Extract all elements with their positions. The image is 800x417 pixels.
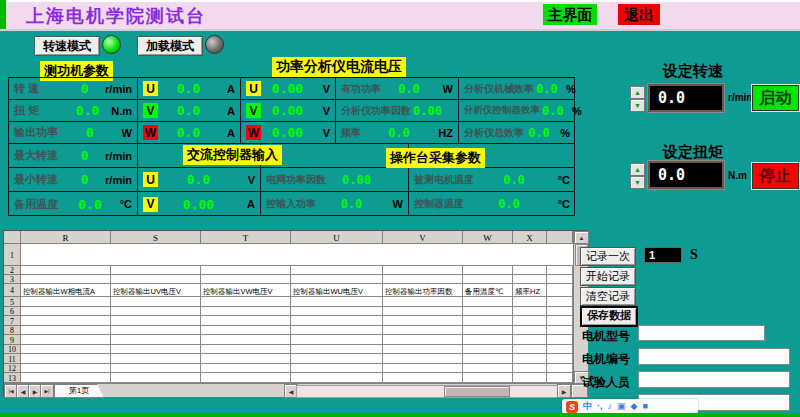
keyboard-icon[interactable] [617,399,626,414]
sheet-cell[interactable] [547,275,573,284]
sheet-cell[interactable] [463,297,513,307]
sheet-cell[interactable] [291,266,383,275]
sheet-cell[interactable] [111,345,201,354]
horizontal-scroll-track[interactable] [296,385,559,398]
sheet-cell[interactable] [383,316,463,326]
sheet-cell[interactable] [513,307,547,316]
record-interval-display[interactable]: 1 [644,247,682,263]
sheet-row-header[interactable]: 7 [4,316,21,326]
sheet-cell[interactable] [383,307,463,316]
sheet-cell[interactable] [291,373,383,383]
sheet-cell[interactable] [111,373,201,383]
sheet-cell[interactable] [547,307,573,316]
sheet-cell[interactable] [111,297,201,307]
sheet-cell[interactable] [111,275,201,284]
sheet-cell[interactable] [291,316,383,326]
sheet-cell[interactable] [201,354,291,364]
sheet-cell[interactable] [111,335,201,345]
sheet-cell[interactable] [111,354,201,364]
sheet-cell[interactable] [513,326,547,335]
sheet-row-header[interactable]: 5 [4,297,21,307]
sheet-row-header[interactable]: 9 [4,335,21,345]
sheet-cell[interactable] [201,326,291,335]
sheet-cell[interactable] [463,275,513,284]
sheet-cell[interactable] [547,373,573,383]
sheet-row-header[interactable]: 2 [4,266,21,275]
record-once-button[interactable]: 记录一次 [580,247,636,266]
sheet-cell[interactable]: 控制器输出功率因数 [383,284,463,297]
tester-input[interactable] [638,371,790,388]
sheet-column-header[interactable]: V [383,231,463,244]
sheet-cell[interactable] [201,345,291,354]
start-button[interactable]: 启动 [752,85,799,111]
sheet-cell[interactable] [383,345,463,354]
sheet-cell[interactable] [21,244,573,266]
sheet-row-header[interactable]: 6 [4,307,21,316]
clear-record-button[interactable]: 清空记录 [580,287,636,306]
sheet-cell[interactable] [21,266,111,275]
sheet-cell[interactable] [463,345,513,354]
sheet-cell[interactable]: 控制器输出VW电压V [201,284,291,297]
hscroll-right-button[interactable] [557,384,571,398]
sheet-cell[interactable] [513,275,547,284]
sheet-cell[interactable] [513,354,547,364]
sheet-cell[interactable] [547,335,573,345]
sheet-cell[interactable] [201,266,291,275]
sheet-row-header[interactable]: 8 [4,326,21,335]
sheet-cell[interactable] [21,354,111,364]
sheet-cell[interactable] [383,297,463,307]
sheet-column-header[interactable]: U [291,231,383,244]
microphone-icon[interactable] [608,399,613,414]
save-data-button[interactable]: 保存数据 [580,306,638,327]
speed-mode-button[interactable]: 转速模式 [34,36,100,56]
sheet-cell[interactable] [463,373,513,383]
sheet-cell[interactable] [547,316,573,326]
sheet-cell[interactable] [463,326,513,335]
sheet-cell[interactable] [463,266,513,275]
sheet-cell[interactable] [201,373,291,383]
sheet-cell[interactable]: 控制器输出W相电流A [21,284,111,297]
speed-spinner-down-button[interactable] [630,99,645,112]
sheet-cell[interactable] [383,373,463,383]
sheet-cell[interactable] [291,354,383,364]
set-speed-display[interactable]: 0.0 [648,84,724,112]
sheet-cell[interactable] [463,307,513,316]
sheet-cell[interactable] [111,316,201,326]
sheet-cell[interactable]: 控制器输出WU电压V [291,284,383,297]
sheet-row-header[interactable]: 1 [4,244,21,266]
sheet-cell[interactable]: 备用温度℃ [463,284,513,297]
sheet-cell[interactable] [383,364,463,373]
sheet-column-header[interactable]: R [21,231,111,244]
sheet-cell[interactable] [291,307,383,316]
sheet-cell[interactable] [21,364,111,373]
ime-logo-icon[interactable]: S [566,401,578,413]
sheet-cell[interactable] [513,335,547,345]
sheet-column-header[interactable]: X [513,231,547,244]
sheet-cell[interactable] [463,316,513,326]
sheet-cell[interactable] [201,297,291,307]
sheet-cell[interactable] [21,297,111,307]
sheet-row-header[interactable]: 11 [4,354,21,364]
sheet-cell[interactable] [201,364,291,373]
sheet-cell[interactable] [547,284,573,297]
sheet-cell[interactable] [291,364,383,373]
sheet-cell[interactable] [383,326,463,335]
sheet-cell[interactable] [383,335,463,345]
torque-spinner-down-button[interactable] [630,176,645,189]
sheet-column-header[interactable]: W [463,231,513,244]
sheet-cell[interactable] [291,326,383,335]
sheet-cell[interactable] [513,364,547,373]
sheet-row-header[interactable]: 12 [4,364,21,373]
sheet-row-header[interactable]: 10 [4,345,21,354]
sheet-cell[interactable] [111,364,201,373]
sheet-cell[interactable] [547,364,573,373]
sheet-cell[interactable] [383,354,463,364]
sheet-row-header[interactable]: 13 [4,373,21,383]
load-mode-button[interactable]: 加载模式 [137,36,203,56]
sheet-corner-cell[interactable] [4,231,21,244]
speed-spinner-up-button[interactable] [630,86,645,99]
sheet-cell[interactable] [463,364,513,373]
sheet-cell[interactable] [111,326,201,335]
sheet-cell[interactable] [291,297,383,307]
sheet-cell[interactable] [547,326,573,335]
